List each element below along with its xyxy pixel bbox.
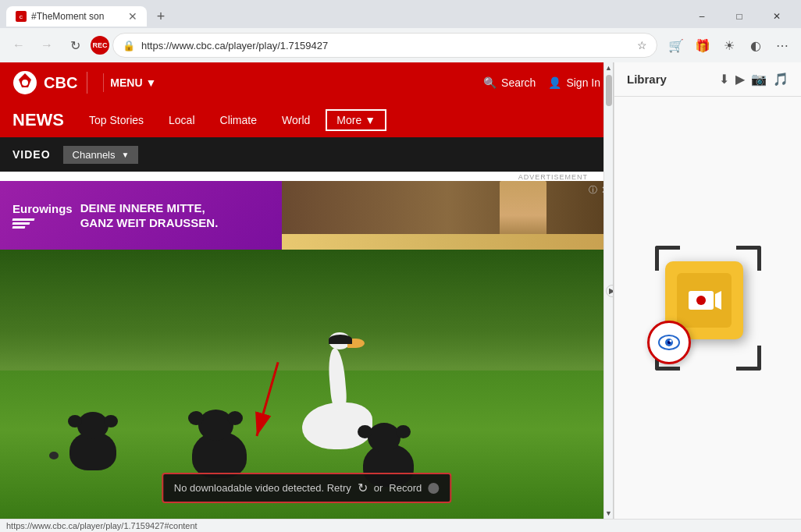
channels-chevron-icon: ▼ [122, 151, 130, 159]
close-button[interactable]: ✕ [759, 5, 795, 28]
video-nav: VIDEO Channels ▼ [0, 137, 613, 172]
rec-button[interactable]: REC [91, 36, 109, 55]
ad-right [282, 181, 613, 250]
more-chevron-icon: ▼ [365, 114, 376, 126]
retry-icon[interactable]: ↻ [358, 481, 368, 495]
url-input[interactable] [141, 40, 631, 51]
bookmark-icon[interactable]: ☆ [637, 39, 647, 51]
expand-sidebar-arrow[interactable]: ▶ [606, 285, 614, 297]
cbc-header: CBC MENU ▼ 🔍 Search 👤 Sign In [0, 62, 613, 103]
eye-badge [647, 321, 691, 364]
sidebar-header: Library ⬇ ▶ 📷 🎵 [614, 62, 801, 97]
ad-banner: Eurowings DEINE INNERE MITTE, GANZ WEIT … [0, 181, 613, 250]
nav-world[interactable]: World [269, 103, 322, 137]
eurowings-name: Eurowings [12, 202, 73, 215]
status-url: https://www.cbc.ca/player/play/1.7159427… [6, 521, 198, 530]
news-nav: NEWS Top Stories Local Climate World Mor… [0, 103, 613, 137]
sidebar-video-icon[interactable]: ▶ [735, 72, 745, 87]
cbc-logo[interactable]: CBC [12, 70, 77, 95]
no-download-message: No downloadable video detected. Retry [174, 482, 351, 494]
sidebar-title: Library [627, 73, 713, 86]
sidebar: Library ⬇ ▶ 📷 🎵 [614, 62, 801, 519]
sidebar-download-icon[interactable]: ⬇ [719, 72, 729, 87]
tab-title: #TheMoment son [31, 11, 123, 22]
ad-image-ground [282, 234, 613, 250]
search-icon: 🔍 [483, 76, 497, 89]
maximize-button[interactable]: □ [721, 5, 757, 28]
channels-label: Channels [73, 149, 116, 161]
sidebar-icon-group: ⬇ ▶ 📷 🎵 [719, 72, 789, 87]
download-notification-bar: No downloadable video detected. Retry ↻ … [162, 473, 451, 503]
nav-local[interactable]: Local [156, 103, 207, 137]
browser-chrome: C #TheMoment son ✕ + – □ ✕ ← → ↻ REC 🔒 ☆… [0, 0, 801, 62]
cbc-gem-logo [12, 70, 37, 95]
cbc-text: CBC [44, 74, 77, 92]
gift-icon[interactable]: 🎁 [690, 33, 715, 58]
back-button[interactable]: ← [6, 33, 31, 58]
eurowings-brand: Eurowings [12, 202, 73, 229]
lock-icon: 🔒 [123, 40, 135, 51]
ad-info-button[interactable]: ⓘ [589, 184, 597, 196]
small-bird [49, 452, 59, 459]
mode-icon[interactable]: ☀ [717, 33, 742, 58]
svg-text:C: C [20, 15, 23, 20]
header-right: 🔍 Search 👤 Sign In [483, 76, 600, 89]
bear-1 [62, 416, 124, 470]
svg-marker-8 [715, 291, 721, 310]
signin-button[interactable]: 👤 Sign In [548, 76, 600, 89]
refresh-button[interactable]: ↻ [62, 33, 87, 58]
record-label[interactable]: Record [389, 482, 422, 494]
tab-close-button[interactable]: ✕ [128, 11, 137, 22]
plugin-card-inner [677, 273, 732, 328]
window-controls: – □ ✕ [684, 5, 795, 28]
ad-left: Eurowings DEINE INNERE MITTE, GANZ WEIT … [0, 181, 282, 250]
scroll-down-arrow[interactable]: ▼ [605, 509, 612, 517]
video-player: No downloadable video detected. Retry ↻ … [0, 250, 613, 519]
corner-br [736, 346, 761, 371]
search-button[interactable]: 🔍 Search [483, 76, 536, 89]
sidebar-music-icon[interactable]: 🎵 [773, 72, 789, 87]
tab-bar: C #TheMoment son ✕ + – □ ✕ [0, 0, 801, 28]
user-icon: 👤 [548, 76, 561, 89]
svg-point-13 [669, 339, 671, 342]
plugin-graphic [646, 246, 771, 371]
menu-chevron-icon: ▼ [146, 76, 157, 89]
extensions-icon[interactable]: ⋯ [770, 33, 795, 58]
active-tab[interactable]: C #TheMoment son ✕ [6, 6, 147, 27]
svg-point-4 [22, 80, 28, 86]
minimize-button[interactable]: – [684, 5, 720, 28]
menu-button[interactable]: MENU ▼ [103, 73, 162, 92]
nav-climate[interactable]: Climate [208, 103, 269, 137]
video-scene: No downloadable video detected. Retry ↻ … [0, 250, 613, 519]
eye-icon [657, 334, 681, 351]
address-bar[interactable]: 🔒 ☆ [112, 33, 657, 58]
nav-top-stories[interactable]: Top Stories [77, 103, 156, 137]
ad-label: ADVERTISEMENT [0, 172, 613, 181]
forward-button[interactable]: → [34, 33, 59, 58]
nav-bar: ← → ↻ REC 🔒 ☆ 🛒 🎁 ☀ ◐ ⋯ [0, 28, 801, 62]
status-bar: https://www.cbc.ca/player/play/1.7159427… [0, 519, 801, 532]
profile-icon[interactable]: ◐ [743, 33, 768, 58]
advertisement-container: ADVERTISEMENT Eurowings DEINE INNE [0, 172, 613, 250]
channels-dropdown[interactable]: Channels ▼ [63, 146, 139, 164]
or-text: or [374, 482, 383, 494]
eurowings-icon [12, 218, 34, 229]
tab-favicon: C [16, 11, 27, 22]
scroll-thumb[interactable] [606, 75, 612, 106]
cart-icon[interactable]: 🛒 [664, 33, 689, 58]
nav-more-button[interactable]: More ▼ [326, 109, 386, 131]
video-label: VIDEO [12, 148, 51, 161]
ad-text: DEINE INNERE MITTE, GANZ WEIT DRAUSSEN. [80, 200, 219, 231]
svg-point-9 [696, 296, 706, 305]
sidebar-camera-icon[interactable]: 📷 [751, 72, 767, 87]
camera-record-icon [687, 286, 721, 314]
news-nav-items: Top Stories Local Climate World More ▼ [77, 103, 386, 137]
news-label: NEWS [0, 110, 77, 130]
record-circle-button[interactable] [428, 483, 439, 494]
new-tab-button[interactable]: + [150, 5, 172, 27]
scroll-up-arrow[interactable]: ▲ [605, 64, 612, 72]
main-area: ▲ ▼ ▶ CBC MENU ▼ [0, 62, 801, 519]
toolbar-icons: 🛒 🎁 ☀ ◐ ⋯ [664, 33, 795, 58]
sidebar-body [614, 97, 801, 519]
header-divider [87, 72, 87, 94]
